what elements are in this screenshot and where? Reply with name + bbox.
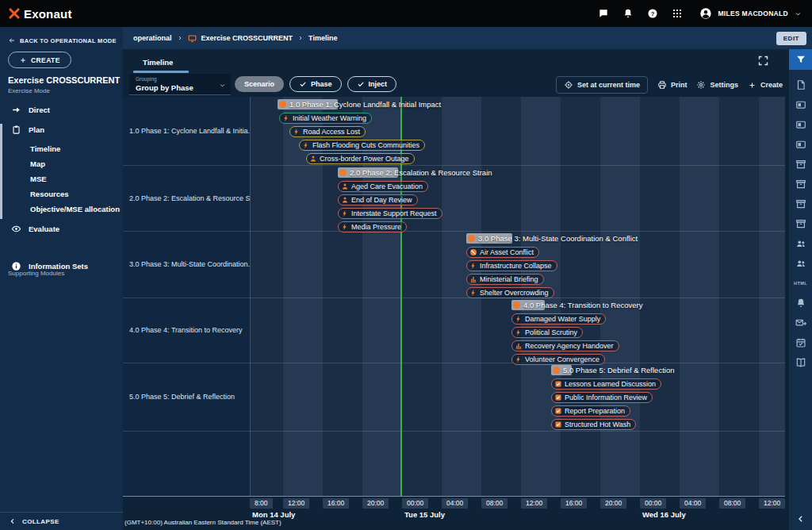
sidebar-item-direct[interactable]: Direct [0,102,123,117]
right-panel-collapse-button[interactable] [796,514,806,524]
back-to-operational-mode-link[interactable]: BACK TO OPERATIONAL MODE [8,36,117,44]
exonaut-logo[interactable]: Exonaut [8,7,72,21]
timeline-row-phase-1: 1.0 Phase 1: Cyclone Landfall & Initial … [250,97,785,165]
lightning-icon [341,223,349,231]
sidebar-item-evaluate[interactable]: Evaluate [0,221,123,236]
lightning-icon [469,262,477,270]
help-icon[interactable]: ? [647,8,658,19]
tool-filter-icon[interactable] [789,49,812,70]
inject-road-access-lost[interactable]: Road Access Lost [289,126,366,137]
gear-icon [696,80,706,90]
tool-mail-send-icon[interactable] [789,313,812,332]
fullscreen-icon[interactable] [757,55,769,67]
user-menu[interactable]: MILES MACDONALD [699,7,802,20]
create-button[interactable]: Create [748,81,783,90]
phase-bar-label: 2.0 Phase 2: Escalation & Resource Strai… [350,168,492,177]
axis-tick: 16:00 [323,498,349,509]
tool-card-icon[interactable] [789,134,812,154]
grouping-label: Grouping [136,76,157,82]
tab-timeline[interactable]: Timeline [133,54,182,71]
tool-archive-icon[interactable] [789,154,812,174]
create-button-sidebar[interactable]: CREATE [8,52,71,68]
chat-icon[interactable] [598,8,609,19]
tool-card-icon[interactable] [789,94,812,114]
lightning-icon [282,114,290,122]
back-label: BACK TO OPERATIONAL MODE [20,37,117,44]
sidebar-collapse-button[interactable]: COLLAPSE [0,512,123,530]
axis-tick: 8:00 [250,498,273,509]
sidebar-item-information-sets[interactable]: Information Sets [0,258,123,274]
chip-label: Scenario [244,80,274,88]
tool-card-icon[interactable] [789,114,812,134]
tool-html-icon[interactable]: HTML [789,273,812,293]
inject-lessons-learned-discussion[interactable]: Lessons Learned Discussion [551,378,661,390]
phase-bar-1[interactable]: 1.0 Phase 1: Cyclone Landfall & Initial … [278,99,441,109]
tool-calendar-check-icon[interactable] [789,332,812,352]
inject-damaged-water-supply[interactable]: Damaged Water Supply [511,313,606,325]
tool-archive-icon[interactable] [789,194,812,213]
inject-label: Air Asset Conflict [480,248,534,256]
tool-bell-icon[interactable] [789,293,812,313]
phase-bar-2[interactable]: 2.0 Phase 2: Escalation & Resource Strai… [338,167,492,178]
inject-infrastructure-collapse[interactable]: Infrastructure Collapse [466,260,557,271]
monitor-icon [188,34,197,43]
sidebar-item-plan[interactable]: Plan [0,121,123,137]
tool-archive-icon[interactable] [789,213,812,233]
inject-end-of-day-review[interactable]: End of Day Review [338,194,418,205]
bell-icon[interactable] [622,8,634,19]
phase-bar-4[interactable]: 4.0 Phase 4: Transition to Recovery [511,300,643,310]
inject-air-asset-conflict[interactable]: Air Asset Conflict [466,247,539,258]
axis-tick: 04:00 [680,498,706,509]
breadcrumb-bar: operational Exercise CROSSCURRENT Timeli… [123,27,812,49]
sidebar-item-timeline[interactable]: Timeline [0,141,123,156]
collapse-label: COLLAPSE [22,518,59,525]
phase-bar-3[interactable]: 3.0 Phase 3: Multi-State Coordination & … [466,233,638,244]
inject-flash-flooding-cuts-communities[interactable]: Flash Flooding Cuts Communities [299,140,425,151]
inject-initial-weather-warning[interactable]: Initial Weather Warning [279,113,372,124]
sidebar-item-resources[interactable]: Resources [0,186,123,202]
print-button[interactable]: Print [657,80,688,90]
filter-chip-scenario[interactable]: Scenario [235,76,284,92]
briefing-icon [469,275,477,283]
set-at-current-time-button[interactable]: Set at current time [556,76,648,94]
inject-political-scrutiny[interactable]: Political Scrutiny [511,327,583,338]
filter-chip-inject[interactable]: Inject [347,76,397,92]
inject-public-information-review[interactable]: Public Information Review [551,392,653,403]
lightning-icon [515,328,523,336]
inject-report-preparation[interactable]: Report Preparation [551,405,630,417]
sidebar-item-map[interactable]: Map [0,156,123,171]
inject-interstate-support-request[interactable]: Interstate Support Request [338,208,442,219]
tool-people-icon[interactable] [789,233,812,253]
edit-button[interactable]: EDIT [776,32,806,45]
phase-bar-5[interactable]: 5.0 Phase 5: Debrief & Reflection [551,365,674,375]
inject-aged-care-evacuation[interactable]: Aged Care Evacuation [338,181,428,192]
sidebar-item-label: Resources [30,190,69,198]
inject-cross-border-power-outage[interactable]: Cross-border Power Outage [306,153,415,164]
exercise-mode-label: Exercise Mode [8,87,50,94]
axis-tick: 20:00 [600,498,626,509]
inject-ministerial-briefing[interactable]: Ministerial Briefing [466,274,544,285]
inject-label: Cross-border Power Outage [320,155,409,163]
sidebar-item-mse[interactable]: MSE [0,171,123,186]
grouping-select[interactable]: Grouping Group by Phase [129,74,231,95]
breadcrumb-exercise[interactable]: Exercise CROSSCURRENT [201,34,293,42]
tool-book-icon[interactable] [789,352,812,372]
breadcrumb-operational[interactable]: operational [133,34,172,42]
avatar [699,7,712,20]
axis-tick: 12:00 [759,498,785,509]
inject-recovery-agency-handover[interactable]: Recovery Agency Handover [511,340,619,351]
tool-archive-icon[interactable] [789,174,812,194]
inject-shelter-overcrowding[interactable]: Shelter Overcrowding [466,287,554,298]
axis-tick: 08:00 [481,498,508,509]
apps-icon[interactable] [672,8,683,19]
tool-document-icon[interactable] [789,75,812,94]
inject-structured-hot-wash[interactable]: Structured Hot Wash [551,419,636,430]
settings-button[interactable]: Settings [696,80,738,90]
chevron-down-icon [794,10,802,18]
axis-tick: 00:00 [402,498,428,509]
sidebar-item-label: Plan [29,125,44,134]
breadcrumb-timeline[interactable]: Timeline [308,34,337,42]
sidebar-item-objective-mse-allocation[interactable]: Objective/MSE allocation [0,202,123,217]
filter-chip-phase[interactable]: Phase [289,76,342,92]
tool-people-icon[interactable] [789,253,812,273]
